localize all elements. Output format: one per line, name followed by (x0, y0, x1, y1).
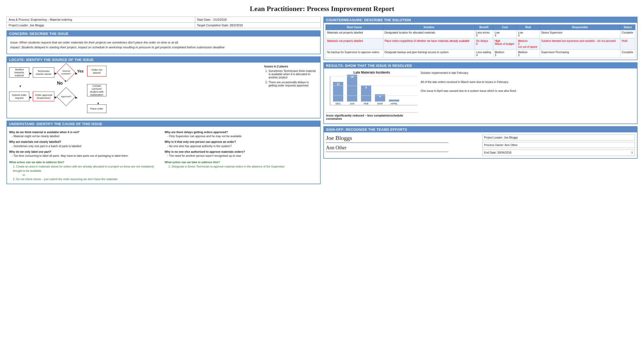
uq2: Why are materials not clearly labelled? (9, 140, 163, 144)
arrow-3: ▶ (30, 96, 32, 99)
rq2: Why is it that only one person can appro… (165, 140, 318, 144)
ua3: - Too time consuming to label all parts.… (12, 154, 163, 158)
cm-r3-risk: Medium3 (517, 50, 540, 58)
flow-contact-lecturer: Contact Lecturer/ student with explanati… (87, 84, 106, 96)
cm-th-solution: Solution (383, 25, 475, 30)
bar-april-rect: 1 (389, 100, 399, 101)
signoff-header: SIGN-OFF: RECOGNIZE THE TEAMS EFFORTS (324, 127, 637, 132)
cm-th-rootcause: Root Cause (326, 25, 383, 30)
bar-mar-rect: 4 (375, 94, 385, 101)
project-leader-cell: Project Leader: Joe Bloggs (7, 23, 195, 28)
end-date-text: End Date: 30/04/2018 (484, 151, 511, 155)
flow-place-label: Place order (90, 107, 103, 110)
issue-item-2: There are occasionally delays in getting… (269, 81, 318, 87)
flow-material-diamond-wrapper: Materialavailable? (57, 66, 75, 79)
bar-dec: 11 DEC (333, 82, 343, 105)
sig2-name: Ann Other (326, 145, 479, 151)
flow-submit-label: Submit order request (10, 93, 28, 99)
arrow-5: ▶ (75, 96, 77, 99)
flow-material-label: Materialavailable? (61, 70, 71, 75)
bar-dec-rect: 11 (333, 82, 343, 101)
rq3: Why is no one else authorised to approve… (165, 150, 318, 154)
sig1-line (326, 143, 448, 143)
results-section: RESULTS: SHOW THAT THE ISSUE IS RESOLVED… (323, 62, 638, 124)
right-column: COUNTERMEASURE: DESCRIBE THE SOLUTION Ro… (323, 17, 638, 184)
understand-header: UNDERSTAND: IDENTIFY THE CAUSE OF THIS I… (7, 121, 320, 127)
countermeasure-section: COUNTERMEASURE: DESCRIBE THE SOLUTION Ro… (323, 17, 638, 60)
header-row-1: Area & Process: Engineering – Material o… (7, 17, 321, 23)
bar-mar-label: MAR (377, 102, 383, 105)
cm-th-responsible: Responsible (540, 25, 620, 30)
page-title: Lean Practitioner: Process Improvement R… (6, 5, 638, 13)
countermeasure-table: Root Cause Solution Benefit Cost Risk Re… (325, 24, 635, 58)
ua2: - Sometimes only one part in a batch of … (12, 144, 163, 148)
flow-place-order: Place order (87, 104, 106, 113)
locate-header: LOCATE: IDENTIFY THE SOURCE OF THE ISSUE (7, 57, 320, 63)
bar-jan-label: JAN (350, 102, 354, 105)
concern-issue: Issue: When students request that we ord… (10, 41, 179, 44)
cm-th-status: Status (620, 25, 635, 30)
end-date-field: End Date: 30/04/2018 9 (482, 150, 635, 156)
flow-student-requests: Student requests material (9, 67, 29, 78)
flow-submit-order: Submit order request (9, 92, 29, 101)
arrow-no: ▼ (64, 79, 67, 83)
cm-th-risk: Risk (517, 25, 540, 30)
cm-r3-rootcause: No backup for Supervisor to approve orde… (326, 50, 383, 58)
flow-approved-diamond: Approved? (57, 87, 76, 106)
ua1: - Material might not be clearly labelled (12, 134, 163, 139)
cm-row-3: No backup for Supervisor to approve orde… (326, 50, 635, 58)
results-body: Late Materials Incidents 11 (324, 68, 637, 124)
cm-r1-cost: Low4 (493, 30, 517, 38)
cm-r2-risk: Medium3run out of space (517, 38, 540, 50)
left-action-2: 2. Do not check stores – just submit the… (13, 177, 163, 182)
header-row-2: Project Leader: Joe Bloggs Target Comple… (7, 23, 321, 28)
bar-jan: 15 JAN (347, 75, 357, 105)
bar-mar: 4 MAR (375, 94, 385, 105)
cm-r3-solution: Designate backup and give training/ acce… (383, 50, 475, 58)
bar-april: 1 APRIL (389, 100, 399, 105)
countermeasure-header: COUNTERMEASURE: DESCRIBE THE SOLUTION (324, 17, 637, 23)
signoff-body: Joe Bloggs Ann Other Project Leader: Joe… (324, 132, 637, 158)
cm-r2-status: Hold (620, 38, 635, 50)
cm-r2-benefit: No delays5 (475, 38, 493, 50)
cm-r2-cost: HighWaste of budget (493, 38, 517, 50)
bar-feb-label: FEB (364, 102, 368, 105)
sig1-name: Joe Bloggs (326, 135, 479, 141)
chart-title: Late Materials Incidents (326, 71, 417, 74)
issue-item-1: Sometimes Technicians think material is … (269, 69, 318, 79)
cm-r2-responsible: Solution deemed too expensive and wastef… (540, 38, 620, 50)
bar-dec-label: DEC (335, 102, 341, 105)
rq1: Why are there delays getting orders appr… (165, 130, 318, 135)
cm-r2-solution: Place orders regardless of whether we ha… (383, 38, 475, 50)
signature-area: Joe Bloggs Ann Other (326, 135, 479, 156)
concern-text: Issue: When students request that we ord… (9, 39, 318, 52)
bar-feb: 9 FEB (361, 85, 371, 105)
signoff-fields: Project Leader: Joe Bloggs Process Owner… (482, 135, 635, 156)
understand-cols: Why do we think material is available wh… (9, 129, 318, 182)
concern-impact: Impact: Students delayed in starting the… (10, 46, 225, 49)
start-date-cell: Start Date: : 01/2/2018 (195, 17, 320, 23)
concern-section: CONCERN: DESCRIBE THE ISSUE Issue: When … (6, 30, 321, 54)
cm-r3-responsible: Supervisor/ Purchasing (540, 50, 620, 58)
cm-r3-benefit: Less waiting4 (475, 50, 493, 58)
flow-material-diamond: Materialavailable? (57, 63, 76, 82)
arrow-4: ▶ (55, 96, 57, 99)
concern-header: CONCERN: DESCRIBE THE ISSUE (7, 31, 320, 37)
ra2: - No one else has approval authority in … (167, 144, 318, 148)
cm-r1-rootcause: Materials not properly labelled (326, 30, 383, 38)
flow-tech-label: Technician checks stores (34, 70, 53, 75)
understand-left: Why do we think material is available wh… (9, 129, 163, 182)
cm-r1-status: Complete (620, 30, 635, 38)
flow-technician: Technician checks stores (33, 67, 54, 78)
left-action-1: 1. Create an area in materials stores fo… (13, 165, 163, 173)
flowchart: Student requests material ▶ Technician c… (9, 65, 262, 116)
understand-body: Why do we think material is available wh… (7, 127, 320, 184)
chart-container: 11 DEC 15 JAN 9 FEB (326, 76, 417, 111)
flow-approved-label: Approved? (61, 95, 71, 98)
concern-body: Issue: When students request that we ord… (7, 37, 320, 54)
results-summary: Issue significantly reduced – less compl… (326, 112, 417, 121)
arrow-7: ▼ (19, 85, 22, 88)
cm-th-cost: Cost (493, 25, 517, 30)
ra3: - The need for another person wasn't rec… (167, 154, 318, 158)
chart-area: Late Materials Incidents 11 (326, 71, 417, 121)
